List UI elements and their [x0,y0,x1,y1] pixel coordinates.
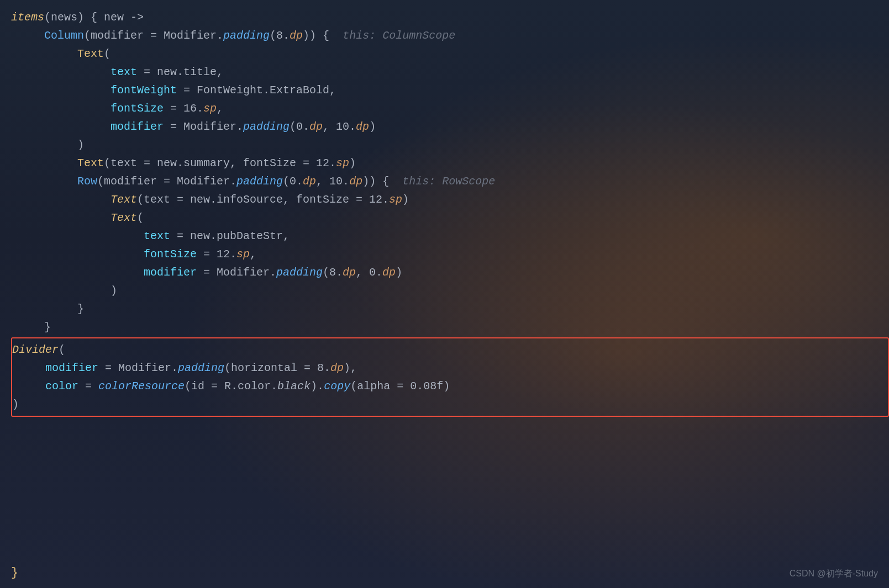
code-token: (0. [283,175,303,188]
code-line: modifier = Modifier.padding(8.dp, 0.dp) [11,263,889,282]
code-token: , [217,102,223,115]
code-token: (modifier = Modifier. [97,175,236,188]
code-token: ) [111,284,117,297]
code-token: Text [77,47,104,60]
code-token: ) [12,398,19,411]
code-token: copy [324,380,350,393]
code-token: Text [77,157,104,169]
code-token: colorResource [98,380,185,393]
watermark: CSDN @初学者-Study [790,568,878,580]
code-token: dp [343,266,356,279]
code-token: = [78,380,98,393]
code-token: ( [59,343,65,356]
code-token: = new.pubDateStr, [170,230,290,242]
code-token: , 0. [356,266,382,279]
code-token: = Modifier. [197,266,276,279]
code-token: padding [178,362,224,374]
code-token: (0. [290,120,309,133]
code-token: (8. [323,266,343,279]
closing-brace: } [11,566,18,580]
code-token: )) { [362,175,402,188]
code-token: ) [369,120,376,133]
code-line: ) [11,136,889,154]
code-line: text = new.pubDateStr, [11,227,889,245]
code-token: (text = new.summary, fontSize = 12. [104,157,336,169]
code-token: dp [356,120,369,133]
code-line: Text(text = new.summary, fontSize = 12.s… [11,154,889,172]
code-line: } [11,300,889,318]
code-token: (news) { new -> [44,11,144,24]
code-token: (id = R.color. [185,380,277,393]
code-container: items(news) { new ->Column(modifier = Mo… [0,0,889,588]
code-token: dp [382,266,396,279]
code-token: text [144,230,170,242]
code-line: fontSize = 12.sp, [11,245,889,263]
code-token: , 10. [323,120,356,133]
code-token: items [11,11,44,24]
code-token: = FontWeight. [177,84,270,97]
code-token: ( [104,47,111,60]
code-token: modifier [144,266,197,279]
code-block: items(news) { new ->Column(modifier = Mo… [11,8,889,417]
code-token: dp [303,175,316,188]
code-token: Text [111,211,137,224]
code-token: padding [243,120,290,133]
code-token: padding [223,29,270,42]
code-token: Divider [12,343,59,356]
code-line: } [11,318,889,336]
code-token: padding [236,175,283,188]
code-line: items(news) { new -> [11,8,889,27]
code-token: black [277,380,311,393]
code-token: = 12. [197,248,236,261]
code-token: = new.title, [137,66,223,78]
code-line: Text(text = new.infoSource, fontSize = 1… [11,190,889,209]
code-token: , [329,84,336,97]
code-line: Text( [11,209,889,227]
code-token: , 10. [316,175,349,188]
code-line: Row(modifier = Modifier.padding(0.dp, 10… [11,172,889,190]
code-line: color = colorResource(id = R.color.black… [12,377,882,395]
code-line: modifier = Modifier.padding(horizontal =… [12,359,882,377]
code-token: dp [349,175,362,188]
code-token: modifier [111,120,164,133]
code-line: modifier = Modifier.padding(0.dp, 10.dp) [11,118,889,136]
code-token: color [45,380,78,393]
code-token: dp [330,362,344,374]
code-token: = Modifier. [98,362,178,374]
code-token: } [44,321,51,333]
code-token: padding [276,266,323,279]
code-line: fontSize = 16.sp, [11,99,889,118]
code-token: ( [137,211,144,224]
code-token: (8. [270,29,290,42]
code-token: Column [44,29,84,42]
code-token: dp [290,29,303,42]
code-token: ExtraBold [270,84,329,97]
code-token: sp [336,157,349,169]
code-token: fontSize [144,248,197,261]
code-token: fontWeight [111,84,177,97]
code-token: (horizontal = 8. [224,362,330,374]
code-token: this: ColumnScope [343,29,455,42]
code-line: Divider( [12,341,882,359]
code-token: ) [396,266,402,279]
code-token: , [250,248,256,261]
code-line: Text( [11,45,889,63]
code-token: text [111,66,137,78]
code-token: this: RowScope [402,175,495,188]
highlight-region: Divider(modifier = Modifier.padding(hori… [11,337,889,417]
code-line: ) [12,395,882,414]
code-token: (text = new.infoSource, fontSize = 12. [137,193,389,206]
code-token: ) [402,193,409,206]
code-token: dp [309,120,323,133]
code-token: = Modifier. [164,120,243,133]
code-token: sp [236,248,250,261]
code-token: ) [77,139,84,151]
code-token: = 16. [164,102,203,115]
code-line: fontWeight = FontWeight.ExtraBold, [11,81,889,99]
code-line: ) [11,282,889,300]
code-token: Row [77,175,97,188]
code-token: ). [311,380,324,393]
code-token: sp [203,102,217,115]
code-token: Text [111,193,137,206]
code-line: text = new.title, [11,63,889,81]
